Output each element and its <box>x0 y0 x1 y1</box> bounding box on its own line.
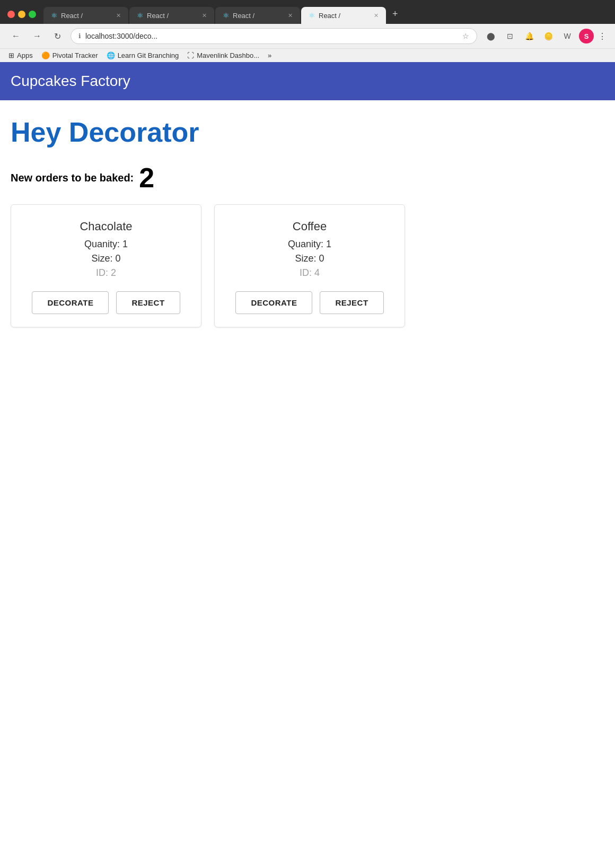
back-button[interactable]: ← <box>8 29 23 43</box>
extension-icon-5[interactable]: W <box>560 29 575 44</box>
orders-count: 2 <box>139 164 154 192</box>
page-heading: Hey Decorator <box>11 116 604 148</box>
url-text: localhost:3000/deco... <box>85 32 458 40</box>
card-1-id: ID: 2 <box>26 267 186 279</box>
tab-2-close[interactable]: ✕ <box>202 12 207 19</box>
tab-3-label: React / <box>233 12 254 20</box>
react-icon-tab3: ⚛ <box>223 11 230 20</box>
react-icon-tab4: ⚛ <box>309 11 315 20</box>
card-2-buttons: DECORATE REJECT <box>230 291 390 314</box>
card-1-quantity: Quanity: 1 <box>26 239 186 250</box>
tab-4-label: React / <box>319 12 340 20</box>
apps-grid-icon: ⊞ <box>8 51 14 59</box>
app-title: Cupcakes Factory <box>11 73 604 90</box>
bookmark-apps-label: Apps <box>17 51 33 59</box>
address-bar: ← → ↻ ℹ localhost:3000/deco... ☆ ⬤ ⊡ 🔔 🪙… <box>0 24 615 48</box>
tab-1-label: React / <box>61 12 83 20</box>
card-1-decorate-button[interactable]: DECORATE <box>32 291 109 314</box>
card-2-id: ID: 4 <box>230 267 390 279</box>
user-avatar[interactable]: S <box>579 29 594 44</box>
reload-button[interactable]: ↻ <box>51 29 64 44</box>
browser-tab-4[interactable]: ⚛ React / ✕ <box>301 7 386 24</box>
react-icon-tab2: ⚛ <box>137 11 144 20</box>
toolbar-icons: ⬤ ⊡ 🔔 🪙 W S ⋮ <box>484 29 607 44</box>
browser-chrome: ⚛ React / ✕ ⚛ React / ✕ ⚛ React / ✕ ⚛ Re… <box>0 0 615 62</box>
orders-label-row: New orders to be baked: 2 <box>11 164 604 192</box>
tab-2-label: React / <box>147 12 169 20</box>
card-2-quantity: Quanity: 1 <box>230 239 390 250</box>
extension-icon-3[interactable]: 🔔 <box>522 29 537 44</box>
url-bar[interactable]: ℹ localhost:3000/deco... ☆ <box>71 28 477 44</box>
git-globe-icon: 🌐 <box>107 51 115 59</box>
traffic-light-maximize[interactable] <box>29 11 36 18</box>
card-1-flavor: Chacolate <box>26 220 186 233</box>
extension-icon-2[interactable]: ⊡ <box>503 29 517 44</box>
card-2-decorate-button[interactable]: DECORATE <box>235 291 312 314</box>
bookmark-pivotal-label: Pivotal Tracker <box>52 51 98 59</box>
card-2-flavor: Coffee <box>230 220 390 233</box>
main-content: Hey Decorator New orders to be baked: 2 … <box>0 100 615 343</box>
traffic-light-close[interactable] <box>7 11 15 18</box>
card-1-buttons: DECORATE REJECT <box>26 291 186 314</box>
orders-section: New orders to be baked: 2 Chacolate Quan… <box>11 164 604 327</box>
app-header: Cupcakes Factory <box>0 62 615 100</box>
browser-menu-button[interactable]: ⋮ <box>598 31 607 41</box>
card-2-size: Size: 0 <box>230 253 390 264</box>
orders-cards: Chacolate Quanity: 1 Size: 0 ID: 2 DECOR… <box>11 204 604 327</box>
mavenlink-icon: ⛶ <box>187 51 194 59</box>
bookmarks-more[interactable]: » <box>268 51 271 59</box>
bookmark-git[interactable]: 🌐 Learn Git Branching <box>107 51 179 59</box>
extension-icon-1[interactable]: ⬤ <box>484 29 498 44</box>
order-card-1: Chacolate Quanity: 1 Size: 0 ID: 2 DECOR… <box>11 204 201 327</box>
bookmark-mavenlink[interactable]: ⛶ Mavenlink Dashbo... <box>187 51 259 59</box>
browser-tab-2[interactable]: ⚛ React / ✕ <box>129 7 214 24</box>
browser-tab-3[interactable]: ⚛ React / ✕ <box>215 7 300 24</box>
browser-tab-1[interactable]: ⚛ React / ✕ <box>43 7 128 24</box>
react-icon-tab1: ⚛ <box>51 11 58 20</box>
tab-1-close[interactable]: ✕ <box>116 12 121 19</box>
tabs-container: ⚛ React / ✕ ⚛ React / ✕ ⚛ React / ✕ ⚛ Re… <box>43 4 611 24</box>
bookmark-star-icon[interactable]: ☆ <box>462 32 469 40</box>
bookmark-git-label: Learn Git Branching <box>118 51 179 59</box>
card-2-reject-button[interactable]: REJECT <box>320 291 383 314</box>
tab-3-close[interactable]: ✕ <box>288 12 293 19</box>
bookmark-apps[interactable]: ⊞ Apps <box>8 51 33 59</box>
tab-bar: ⚛ React / ✕ ⚛ React / ✕ ⚛ React / ✕ ⚛ Re… <box>0 0 615 24</box>
tab-4-close[interactable]: ✕ <box>374 12 379 19</box>
order-card-2: Coffee Quanity: 1 Size: 0 ID: 4 DECORATE… <box>214 204 405 327</box>
new-tab-button[interactable]: + <box>387 4 403 24</box>
info-icon: ℹ <box>78 32 81 40</box>
traffic-lights <box>4 6 42 22</box>
card-1-reject-button[interactable]: REJECT <box>116 291 180 314</box>
traffic-light-minimize[interactable] <box>18 11 25 18</box>
forward-button[interactable]: → <box>30 29 45 43</box>
extension-icon-4[interactable]: 🪙 <box>541 29 556 44</box>
card-1-size: Size: 0 <box>26 253 186 264</box>
pivotal-icon: 🟠 <box>41 51 50 59</box>
orders-label-text: New orders to be baked: <box>11 172 134 184</box>
bookmark-mavenlink-label: Mavenlink Dashbo... <box>197 51 259 59</box>
bookmark-pivotal[interactable]: 🟠 Pivotal Tracker <box>41 51 98 59</box>
bookmarks-bar: ⊞ Apps 🟠 Pivotal Tracker 🌐 Learn Git Bra… <box>0 48 615 62</box>
